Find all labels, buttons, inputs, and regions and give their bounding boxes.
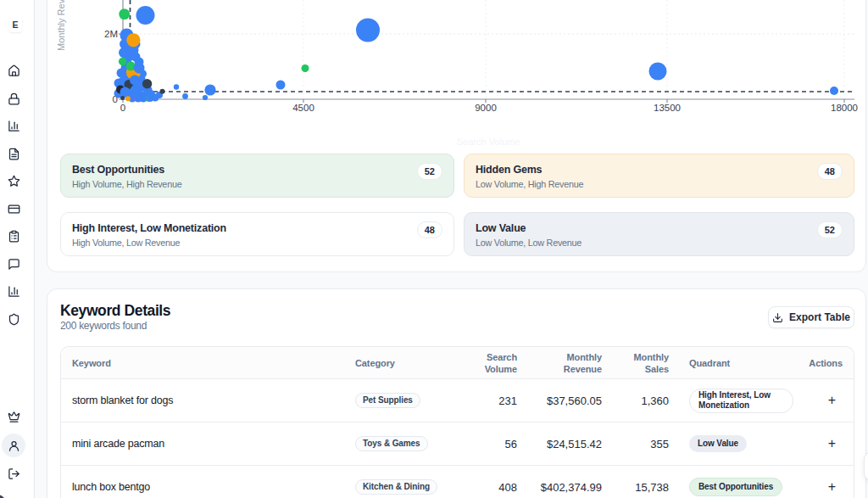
svg-text:0: 0 — [120, 103, 125, 113]
svg-text:2M: 2M — [104, 29, 118, 39]
svg-text:Monthly Revenue: Monthly Revenue — [56, 0, 66, 51]
svg-text:18000: 18000 — [831, 103, 858, 113]
svg-text:9000: 9000 — [475, 103, 497, 113]
svg-text:4500: 4500 — [292, 103, 314, 113]
svg-text:13500: 13500 — [654, 103, 681, 113]
svg-text:Search Volume: Search Volume — [457, 137, 520, 147]
